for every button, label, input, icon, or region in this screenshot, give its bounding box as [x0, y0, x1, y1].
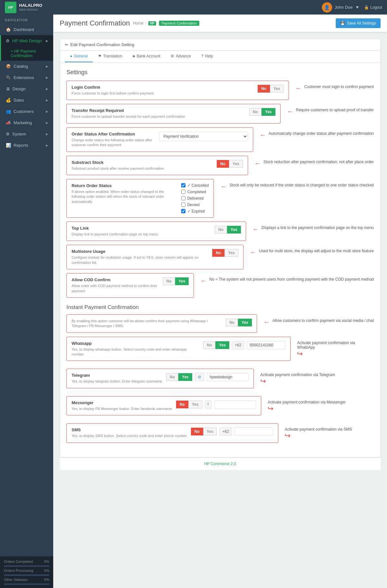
- breadcrumb-home[interactable]: Home: [133, 21, 144, 25]
- sms-no-btn[interactable]: No: [191, 428, 203, 435]
- setting-transfer-receipt-desc: Force customer to upload transfer receip…: [72, 114, 244, 119]
- sidebar-item-system[interactable]: ⚙ System ▶: [0, 128, 53, 140]
- sidebar-item-reports[interactable]: 📊 Reports ▶: [0, 140, 53, 151]
- sidebar-item-sales[interactable]: 💰 Sales ▶: [0, 95, 53, 106]
- checkbox-denied-input[interactable]: [181, 203, 185, 207]
- tab-general-label: General: [74, 54, 88, 58]
- reports-icon: 📊: [6, 143, 11, 148]
- messenger-no-btn[interactable]: No: [176, 401, 188, 408]
- setting-messenger: Messenger Yes, to display FB Messenger b…: [66, 396, 261, 415]
- setting-sms-label: SMS: [72, 427, 188, 432]
- save-all-settings-button[interactable]: 💾 Save All Settings: [336, 18, 381, 28]
- setting-substract-stock-label: Substract Stock: [72, 160, 212, 165]
- tab-general[interactable]: ● General: [65, 51, 93, 62]
- app-name: HALALPRO: [19, 3, 42, 8]
- sidebar-item-catalog[interactable]: 📦 Catalog ▶: [0, 61, 53, 72]
- sidebar-item-customers[interactable]: 👥 Customers ▶: [0, 106, 53, 117]
- annotation-transfer-receipt-text: Require customers to upload proof of tra…: [296, 108, 374, 112]
- substract-stock-yes-btn[interactable]: Yes: [229, 160, 243, 168]
- sidebar-item-design[interactable]: 🖥 Design ▶: [0, 83, 53, 95]
- annotation-multistore: ← Used for multi store, the display will…: [250, 245, 374, 256]
- checkbox-cancelled-input[interactable]: [181, 183, 185, 187]
- annotation-order-status: ← Automatically change order status afte…: [260, 127, 374, 139]
- annotation-messenger: Activate payment confirmation via Messen…: [268, 396, 346, 413]
- stat-other-statuses-label: Other Statuses: [4, 578, 27, 582]
- order-status-select[interactable]: Payment Verification: [159, 132, 248, 141]
- curved-arrow-sms: ↩: [285, 432, 291, 440]
- whatsapp-no-btn[interactable]: No: [203, 341, 215, 349]
- tab-translation[interactable]: ⚑ Translation: [93, 51, 127, 62]
- messenger-yes-btn[interactable]: Yes: [188, 401, 202, 408]
- setting-return-order-status-wrapper: Return Order Status If above option enab…: [66, 179, 374, 218]
- sms-controls: No Yes +62: [191, 427, 273, 436]
- checkbox-expired[interactable]: ✓ Expired: [181, 209, 209, 214]
- annotation-cod-confirm: ← No = The system will not prevent users…: [200, 273, 374, 284]
- telegram-yes-btn[interactable]: Yes: [178, 373, 192, 381]
- setting-instant: By enabling this option customer will be…: [66, 314, 257, 333]
- setting-return-order-status: Return Order Status If above option enab…: [66, 179, 214, 218]
- logout-icon: 🔓: [364, 5, 369, 10]
- sms-number-input[interactable]: [234, 427, 273, 436]
- nav-label: NAVIGATION: [0, 15, 53, 24]
- checkbox-completed[interactable]: Completed: [181, 190, 209, 194]
- setting-transfer-receipt-info: Transfer Receipt Required Force customer…: [72, 108, 244, 119]
- login-confirm-yes-btn[interactable]: Yes: [270, 85, 284, 93]
- sidebar-item-dashboard[interactable]: 🏠 Dashboard: [0, 24, 53, 35]
- cod-confirm-yes-btn[interactable]: Yes: [175, 277, 189, 285]
- checkbox-expired-input[interactable]: [181, 209, 185, 213]
- logout-button[interactable]: 🔓 Logout: [364, 5, 382, 10]
- whatsapp-number-input[interactable]: [247, 341, 285, 349]
- top-link-no-btn[interactable]: No: [215, 226, 227, 234]
- substract-stock-no-btn[interactable]: No: [217, 160, 229, 168]
- system-icon: ⚙: [6, 132, 10, 136]
- messenger-username-input[interactable]: [214, 400, 256, 409]
- setting-transfer-receipt-label: Transfer Receipt Required: [72, 108, 244, 113]
- top-link-yes-btn[interactable]: Yes: [227, 226, 241, 234]
- multistore-yes-btn[interactable]: Yes: [224, 249, 238, 257]
- setting-cod-confirm: Allow COD Confirm Allow order with COD p…: [66, 273, 194, 298]
- instant-no-btn[interactable]: No: [226, 319, 238, 326]
- telegram-prefix: ⚙: [195, 373, 204, 381]
- tab-bank-account[interactable]: ♣ Bank Account: [127, 51, 165, 62]
- sidebar-item-marketing[interactable]: 📣 Marketing ▶: [0, 117, 53, 128]
- transfer-receipt-yes-btn[interactable]: Yes: [262, 108, 275, 116]
- telegram-no-btn[interactable]: No: [166, 373, 178, 381]
- footer: HP Commerce 2.0: [60, 457, 381, 470]
- settings-title: Settings: [66, 69, 374, 76]
- setting-order-status: Order Status After Confirmation Change o…: [66, 127, 253, 152]
- sidebar-item-hp-web-design[interactable]: ⚙ HP Web Design ▶: [0, 35, 53, 46]
- annotation-telegram: Activate payment confirmation via Telegr…: [260, 369, 335, 385]
- user-dropdown-icon: ▼: [355, 5, 359, 10]
- tab-help-icon: ?: [201, 54, 203, 58]
- user-area[interactable]: 👤 John Doe ▼: [322, 2, 360, 13]
- checkbox-delivered-input[interactable]: [181, 196, 185, 200]
- logo-text-block: HALALPRO WEB DESIGN: [19, 3, 42, 11]
- multistore-no-btn[interactable]: No: [212, 249, 224, 257]
- setting-sms-wrapper: SMS Yes, to display SMS button. Select c…: [66, 423, 374, 446]
- annotation-whatsapp: Activate payment confirmation via WhatsA…: [297, 337, 374, 358]
- cod-confirm-no-btn[interactable]: No: [163, 277, 175, 285]
- instant-yes-btn[interactable]: Yes: [238, 319, 252, 326]
- login-confirm-no-btn[interactable]: No: [258, 85, 270, 93]
- checkbox-completed-input[interactable]: [181, 190, 185, 194]
- checkbox-denied[interactable]: Denied: [181, 203, 209, 207]
- tab-advance[interactable]: ⚙ Advance: [165, 51, 196, 62]
- annotation-messenger-text: Activate payment confirmation via Messen…: [268, 400, 346, 404]
- whatsapp-yes-btn[interactable]: Yes: [215, 341, 229, 349]
- sidebar-sub-item-hp-payment[interactable]: > HP Payment Confirmation: [0, 46, 53, 61]
- annotation-order-status-text: Automatically change order status after …: [269, 131, 374, 136]
- tab-help[interactable]: ? Help: [196, 51, 218, 62]
- setting-whatsapp-wrapper: Whatsapp Yes, to display whatsapp button…: [66, 337, 374, 365]
- arrow-cod-confirm: ←: [200, 277, 207, 284]
- checkbox-delivered[interactable]: Delivered: [181, 196, 209, 201]
- checkbox-cancelled[interactable]: ✓ Cancelled: [181, 183, 209, 188]
- transfer-receipt-no-btn[interactable]: No: [249, 108, 262, 116]
- sidebar-item-extensions[interactable]: 🔌 Extensions ▶: [0, 72, 53, 83]
- setting-whatsapp: Whatsapp Yes, to display whatsapp button…: [66, 337, 291, 361]
- sms-yes-btn[interactable]: Yes: [203, 428, 217, 435]
- setting-return-order-status-info: Return Order Status If above option enab…: [72, 183, 176, 204]
- telegram-username-input[interactable]: [207, 373, 249, 381]
- arrow-order-status: ←: [260, 131, 266, 139]
- setting-multistore-info: Multistore Usage Configure module for mu…: [72, 249, 207, 265]
- setting-telegram-desc: Yes, to display telegram button. Enter t…: [72, 379, 163, 384]
